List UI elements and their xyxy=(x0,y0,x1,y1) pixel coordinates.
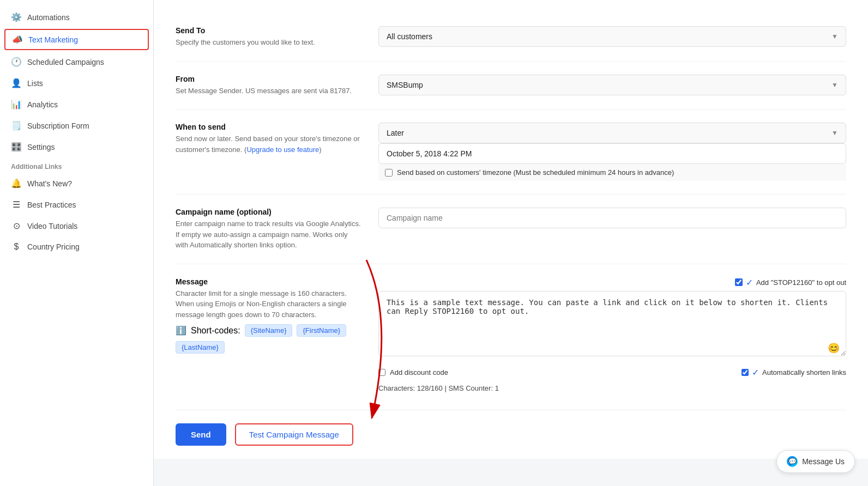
campaign-name-input[interactable] xyxy=(378,208,846,228)
send-to-section: Send To Specify the customers you would … xyxy=(176,13,846,62)
sidebar-item-label: Text Marketing xyxy=(28,35,78,44)
send-to-label: Send To xyxy=(176,26,361,35)
shortcodes-label: Short-codes: xyxy=(191,326,240,336)
from-control: SMSBump ▼ xyxy=(378,75,846,96)
sidebar-item-label: What's New? xyxy=(27,179,72,188)
sidebar-item-scheduled-campaigns[interactable]: 🕐 Scheduled Campaigns xyxy=(0,51,153,72)
timezone-checkbox[interactable] xyxy=(385,169,393,177)
analytics-icon: 📊 xyxy=(11,99,22,110)
opt-out-checkbox[interactable] xyxy=(735,278,743,286)
message-label-group: Message Character limit for a single mes… xyxy=(176,277,361,397)
sidebar-item-label: Settings xyxy=(27,143,55,151)
send-button[interactable]: Send xyxy=(176,423,226,446)
message-us-button[interactable]: 💬 Message Us xyxy=(776,450,855,473)
sidebar: ⚙️ Automations 📣 Text Marketing 🕐 Schedu… xyxy=(0,0,154,486)
sidebar-item-label: Automations xyxy=(27,13,70,22)
from-value: SMSBump xyxy=(387,81,423,89)
from-dropdown[interactable]: SMSBump ▼ xyxy=(378,75,846,95)
when-to-send-label-group: When to send Send now or later. Send bas… xyxy=(176,123,361,181)
send-to-value: All customers xyxy=(387,32,432,41)
main-content: Send To Specify the customers you would … xyxy=(154,0,868,486)
when-to-send-desc: Send now or later. Send based on your st… xyxy=(176,133,361,155)
campaign-name-label-group: Campaign name (optional) Enter campaign … xyxy=(176,208,361,251)
automations-icon: ⚙️ xyxy=(11,12,22,22)
opt-out-checkmark: ✓ xyxy=(746,277,753,288)
campaign-name-desc: Enter campaign name to track results via… xyxy=(176,218,361,251)
send-to-dropdown[interactable]: All customers ▼ xyxy=(378,26,846,47)
message-textarea-wrapper: This is a sample text message. You can p… xyxy=(378,291,846,359)
message-desc: Character limit for a single message is … xyxy=(176,288,361,320)
send-to-desc: Specify the customers you would like to … xyxy=(176,37,361,48)
char-counter: Characters: 128/160 | SMS Counter: 1 xyxy=(378,382,846,397)
video-tutorials-icon: ⊙ xyxy=(11,221,22,231)
messenger-icon: 💬 xyxy=(787,456,798,467)
shorten-links-label: Automatically shorten links xyxy=(762,368,846,376)
chevron-down-icon: ▼ xyxy=(831,129,838,137)
send-to-label-group: Send To Specify the customers you would … xyxy=(176,26,361,48)
chevron-down-icon: ▼ xyxy=(831,33,838,40)
discount-check-group: Add discount code xyxy=(378,368,448,376)
discount-checkbox[interactable] xyxy=(378,369,385,376)
additional-links-header: Additional Links xyxy=(0,157,153,173)
timezone-checkbox-row: Send based on customers' timezone (Must … xyxy=(378,164,846,181)
date-input[interactable] xyxy=(378,143,846,164)
from-desc: Set Message Sender. US messages are sent… xyxy=(176,86,361,96)
sidebar-item-lists[interactable]: 👤 Lists xyxy=(0,72,153,94)
sidebar-item-subscription-form[interactable]: 🗒️ Subscription Form xyxy=(0,115,153,136)
sidebar-item-label: Lists xyxy=(27,79,43,88)
chevron-down-icon: ▼ xyxy=(831,81,838,89)
sidebar-item-label: Country Pricing xyxy=(27,242,80,251)
when-to-send-section: When to send Send now or later. Send bas… xyxy=(176,110,846,195)
timezone-label: Send based on customers' timezone (Must … xyxy=(397,168,674,177)
sidebar-item-label: Scheduled Campaigns xyxy=(27,58,104,66)
settings-icon: 🎛️ xyxy=(11,142,22,152)
message-textarea[interactable]: This is a sample text message. You can p… xyxy=(378,291,846,356)
message-options-row: Add discount code ✓ Automatically shorte… xyxy=(378,363,846,382)
sidebar-item-analytics[interactable]: 📊 Analytics xyxy=(0,94,153,115)
message-control: ✓ Add "STOP12160" to opt out This is a s… xyxy=(378,277,846,397)
message-us-label: Message Us xyxy=(802,457,845,466)
sidebar-item-whats-new[interactable]: 🔔 What's New? xyxy=(0,173,153,194)
test-campaign-button[interactable]: Test Campaign Message xyxy=(235,423,353,446)
emoji-icon[interactable]: 😊 xyxy=(828,342,840,354)
shorten-links-checkbox[interactable] xyxy=(742,369,749,376)
shorten-links-group: ✓ Automatically shorten links xyxy=(742,367,846,378)
whats-new-icon: 🔔 xyxy=(11,178,22,189)
sidebar-item-video-tutorials[interactable]: ⊙ Video Tutorials xyxy=(0,215,153,236)
best-practices-icon: ☰ xyxy=(11,199,22,210)
sidebar-item-label: Analytics xyxy=(27,100,58,109)
shortcode-sitename[interactable]: {SiteName} xyxy=(245,324,293,337)
campaign-form: Send To Specify the customers you would … xyxy=(154,0,868,459)
opt-out-label: Add "STOP12160" to opt out xyxy=(756,278,846,287)
info-icon: ℹ️ xyxy=(176,325,186,336)
discount-label: Add discount code xyxy=(390,368,448,376)
upgrade-link[interactable]: Upgrade to use feature xyxy=(246,145,319,154)
when-to-send-control: Later ▼ Send based on customers' timezon… xyxy=(378,123,846,181)
sidebar-item-label: Best Practices xyxy=(27,201,76,209)
country-pricing-icon: $ xyxy=(11,242,22,252)
shorten-checkmark: ✓ xyxy=(752,367,759,378)
shortcode-firstname[interactable]: {FirstName} xyxy=(297,324,346,337)
when-to-send-dropdown[interactable]: Later ▼ xyxy=(378,123,846,143)
text-marketing-icon: 📣 xyxy=(12,34,23,45)
message-section: Message Character limit for a single mes… xyxy=(176,264,846,410)
when-to-send-label: When to send xyxy=(176,123,361,131)
from-section: From Set Message Sender. US messages are… xyxy=(176,62,846,110)
sidebar-item-country-pricing[interactable]: $ Country Pricing xyxy=(0,236,153,257)
shortcodes-row: ℹ️ Short-codes: {SiteName} {FirstName} {… xyxy=(176,324,361,354)
button-row: Send Test Campaign Message xyxy=(176,423,846,446)
sidebar-item-automations[interactable]: ⚙️ Automations xyxy=(0,7,153,28)
campaign-name-control xyxy=(378,208,846,251)
sidebar-item-text-marketing[interactable]: 📣 Text Marketing xyxy=(4,29,149,50)
sidebar-item-settings[interactable]: 🎛️ Settings xyxy=(0,136,153,157)
campaign-name-section: Campaign name (optional) Enter campaign … xyxy=(176,195,846,264)
lists-icon: 👤 xyxy=(11,78,22,88)
sidebar-item-label: Video Tutorials xyxy=(27,222,77,230)
from-label: From xyxy=(176,75,361,83)
send-to-control: All customers ▼ xyxy=(378,26,846,48)
message-label: Message xyxy=(176,277,361,286)
sidebar-item-best-practices[interactable]: ☰ Best Practices xyxy=(0,194,153,215)
from-label-group: From Set Message Sender. US messages are… xyxy=(176,75,361,96)
shortcode-lastname[interactable]: {LastName} xyxy=(176,341,225,354)
when-to-send-value: Later xyxy=(387,129,404,137)
